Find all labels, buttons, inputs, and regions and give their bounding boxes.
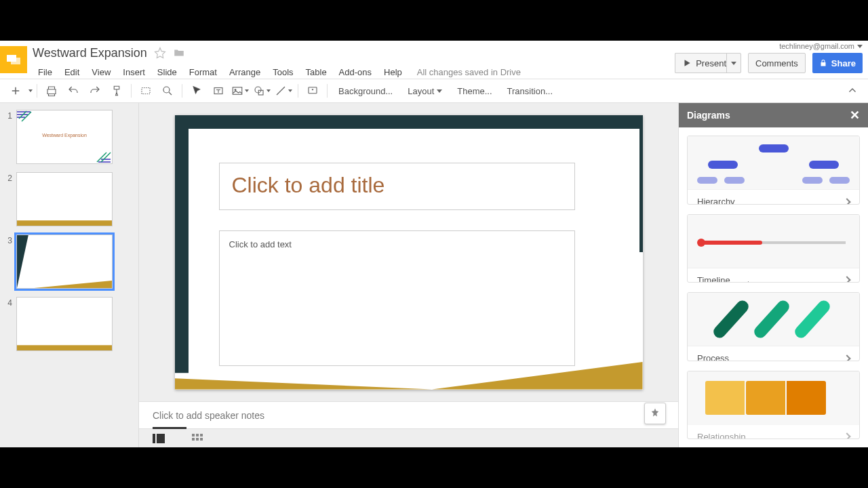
diagrams-sidebar: Diagrams ✕ Hierarchy — [678, 103, 868, 447]
close-icon[interactable]: ✕ — [850, 108, 860, 123]
user-account[interactable]: techlinney@gmail.com — [779, 42, 863, 50]
print-icon[interactable] — [41, 81, 62, 100]
slide-thumb-1[interactable]: Westward Expansion — [16, 110, 113, 164]
thumb-number: 3 — [3, 235, 12, 245]
diagram-card-timeline[interactable]: Timeline — [687, 214, 860, 283]
user-email: techlinney@gmail.com — [779, 42, 854, 50]
doc-title[interactable]: Westward Expansion — [33, 46, 147, 60]
title-placeholder[interactable]: Click to add title — [219, 163, 575, 210]
hierarchy-preview — [688, 136, 859, 189]
svg-rect-12 — [192, 434, 195, 436]
slide-thumbnails: 1 Westward Expansion 2 3 4 — [0, 103, 139, 447]
folder-icon[interactable] — [173, 47, 185, 59]
menu-arrange[interactable]: Arrange — [224, 64, 266, 80]
svg-rect-10 — [153, 434, 155, 443]
save-status: All changes saved in Drive — [417, 67, 521, 77]
slide-canvas[interactable]: Click to add title Click to add text — [175, 115, 643, 390]
menu-tools[interactable]: Tools — [267, 64, 298, 80]
thumb-number: 4 — [3, 297, 12, 308]
background-button[interactable]: Background... — [332, 86, 399, 96]
paint-format-icon[interactable] — [106, 81, 127, 100]
body-placeholder[interactable]: Click to add text — [219, 230, 575, 366]
chevron-right-icon — [843, 354, 850, 361]
timeline-preview — [688, 215, 859, 268]
menu-help[interactable]: Help — [378, 64, 408, 80]
svg-rect-14 — [200, 434, 203, 436]
present-dropdown[interactable] — [726, 53, 741, 73]
redo-icon[interactable] — [85, 81, 105, 100]
undo-icon[interactable] — [63, 81, 83, 100]
relationship-preview — [688, 371, 859, 424]
line-icon[interactable] — [273, 81, 294, 100]
star-icon[interactable] — [154, 47, 166, 59]
sidebar-title: Diagrams — [687, 110, 730, 121]
explore-button[interactable] — [644, 403, 666, 424]
notes-placeholder: Click to add speaker notes — [153, 410, 264, 421]
thumb-number: 2 — [3, 172, 12, 183]
slide-thumb-4[interactable] — [16, 297, 113, 351]
theme-button[interactable]: Theme... — [450, 86, 498, 96]
card-label: Timeline — [697, 275, 730, 283]
menu-format[interactable]: Format — [184, 64, 222, 80]
grid-view-icon[interactable] — [192, 434, 203, 443]
shape-icon[interactable] — [252, 81, 272, 100]
menu-table[interactable]: Table — [300, 64, 332, 80]
present-button[interactable]: Present — [675, 53, 733, 73]
slide-thumb-2[interactable] — [16, 172, 113, 226]
comments-button[interactable]: Comments — [748, 53, 806, 73]
canvas-area: Click to add title Click to add text Cli… — [139, 103, 678, 447]
app-logo[interactable] — [0, 46, 27, 73]
select-icon[interactable] — [186, 81, 207, 100]
caret-down-icon — [857, 45, 863, 48]
comment-icon[interactable] — [302, 81, 323, 100]
diagram-card-relationship[interactable]: Relationship — [687, 371, 860, 440]
card-label: Process — [697, 353, 729, 361]
menu-addons[interactable]: Add-ons — [334, 64, 377, 80]
card-label: Hierarchy — [697, 197, 735, 205]
menu-edit[interactable]: Edit — [59, 64, 85, 80]
zoom-icon[interactable] — [157, 81, 178, 100]
filmstrip-view-icon[interactable] — [153, 434, 165, 443]
header: Westward Expansion File Edit View Insert… — [0, 41, 868, 79]
svg-rect-16 — [196, 438, 199, 441]
diagram-card-process[interactable]: Process — [687, 292, 860, 361]
collapse-toolbar-icon[interactable] — [842, 81, 863, 100]
svg-rect-15 — [192, 438, 195, 441]
menu-view[interactable]: View — [86, 64, 116, 80]
svg-rect-5 — [233, 87, 242, 95]
new-slide-button[interactable] — [5, 81, 26, 100]
chevron-right-icon — [843, 198, 850, 205]
svg-rect-13 — [196, 434, 199, 436]
svg-point-7 — [255, 87, 261, 93]
fit-icon[interactable] — [136, 81, 156, 100]
svg-point-3 — [163, 87, 170, 93]
image-icon[interactable] — [230, 81, 250, 100]
menu-file[interactable]: File — [33, 64, 58, 80]
chevron-right-icon — [843, 432, 850, 439]
layout-button[interactable]: Layout — [401, 86, 449, 96]
thumb-number: 1 — [3, 110, 12, 121]
slide-thumb-3[interactable] — [16, 235, 113, 289]
svg-rect-11 — [157, 434, 165, 443]
view-footer — [139, 428, 678, 447]
speaker-notes[interactable]: Click to add speaker notes — [139, 401, 678, 428]
svg-point-6 — [235, 89, 236, 90]
toolbar: Background... Layout Theme... Transition… — [0, 79, 868, 103]
present-label: Present — [696, 58, 726, 68]
card-label: Relationship — [697, 432, 746, 440]
process-preview — [688, 293, 859, 346]
chevron-right-icon — [843, 276, 850, 283]
thumb1-title: Westward Expansion — [17, 133, 112, 138]
transition-button[interactable]: Transition... — [500, 86, 559, 96]
textbox-icon[interactable] — [208, 81, 229, 100]
svg-rect-17 — [200, 438, 203, 441]
menu-slide[interactable]: Slide — [152, 64, 182, 80]
svg-rect-2 — [142, 88, 150, 94]
sidebar-header: Diagrams ✕ — [679, 103, 868, 127]
share-button[interactable]: Share — [812, 53, 863, 73]
menu-insert[interactable]: Insert — [117, 64, 151, 80]
new-slide-dropdown[interactable] — [28, 89, 33, 92]
diagram-card-hierarchy[interactable]: Hierarchy — [687, 136, 860, 205]
svg-rect-1 — [11, 58, 20, 64]
